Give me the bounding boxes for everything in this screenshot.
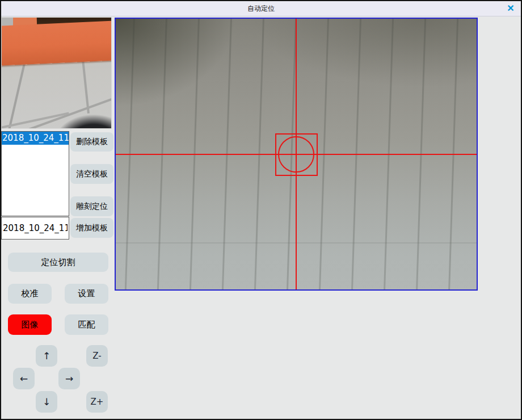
engrave-position-button[interactable]: 雕刻定位 <box>70 196 113 216</box>
tile-seam <box>7 60 26 129</box>
jog-down-button[interactable]: ↓ <box>36 391 57 413</box>
settings-button[interactable]: 设置 <box>65 284 108 304</box>
close-icon[interactable]: ✕ <box>504 2 517 15</box>
position-cut-button[interactable]: 定位切割 <box>8 253 108 272</box>
match-button[interactable]: 匹配 <box>65 314 108 335</box>
delete-template-button[interactable]: 删除模板 <box>70 132 113 152</box>
camera-image <box>116 19 477 289</box>
arrow-left-icon: ← <box>20 373 28 384</box>
clear-templates-button[interactable]: 清空模板 <box>70 164 113 184</box>
template-list[interactable]: 2018_10_24_11 <box>1 131 69 216</box>
jog-right-button[interactable]: → <box>58 368 80 389</box>
preview-dark-object <box>54 114 112 129</box>
template-preview-image <box>1 17 112 129</box>
arrow-up-icon: ↑ <box>43 350 50 362</box>
tile-seam <box>82 60 90 114</box>
jog-left-button[interactable]: ← <box>13 368 35 389</box>
add-template-button[interactable]: 增加模板 <box>70 218 113 238</box>
window-title: 自动定位 <box>1 1 521 16</box>
template-name-input[interactable] <box>1 217 69 240</box>
jog-z-plus-button[interactable]: Z+ <box>86 391 108 413</box>
jog-z-minus-button[interactable]: Z- <box>86 345 108 367</box>
target-circle-overlay <box>278 136 314 173</box>
arrow-right-icon: → <box>65 373 73 384</box>
preview-orange-beam <box>1 20 112 66</box>
template-list-item[interactable]: 2018_10_24_11 <box>2 132 69 145</box>
title-bar: 自动定位 ✕ <box>1 1 521 16</box>
jog-up-button[interactable]: ↑ <box>36 345 57 367</box>
calibrate-button[interactable]: 校准 <box>8 284 52 304</box>
dialog-window: 自动定位 ✕ 2018_10_24_11 删除模板 清空模板 雕刻定位 增加模板… <box>0 0 522 420</box>
image-button[interactable]: 图像 <box>8 314 52 335</box>
arrow-down-icon: ↓ <box>43 396 50 408</box>
camera-view <box>115 18 478 291</box>
